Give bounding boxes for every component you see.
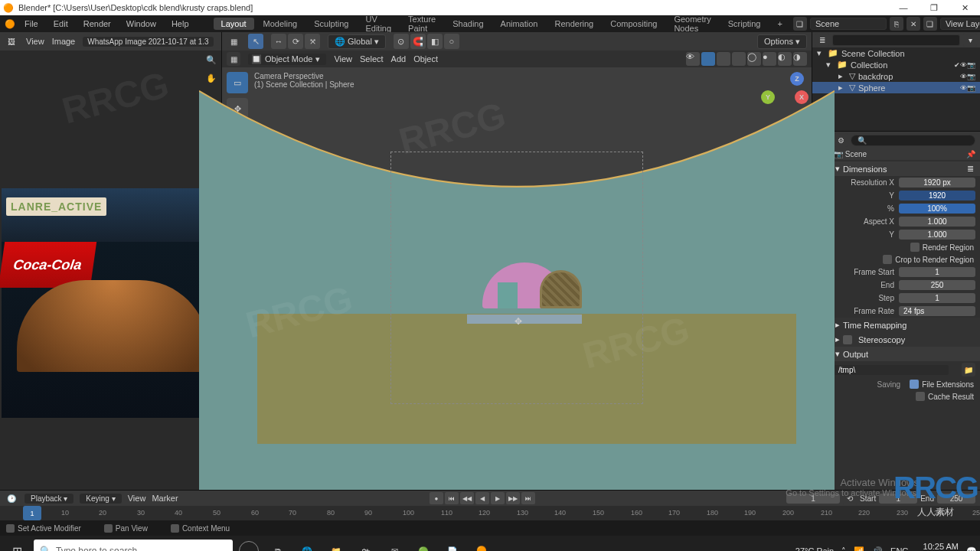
proportional-icon[interactable]: ○ — [444, 34, 459, 49]
editor-type-icon[interactable]: 🖼 — [5, 34, 18, 48]
scene-datablock[interactable]: Scene — [845, 150, 966, 158]
prev-key-icon[interactable]: ◀◀ — [460, 492, 474, 504]
viewport-options[interactable]: Options ▾ — [757, 34, 807, 49]
properties-search[interactable] — [851, 135, 975, 146]
scene-name-field[interactable] — [810, 18, 887, 30]
timeline-view-menu[interactable]: View — [128, 494, 146, 503]
resolution-y-field[interactable] — [899, 191, 975, 201]
viewport-menu-select[interactable]: Select — [360, 54, 384, 64]
workspace-layout[interactable]: Layout — [214, 18, 254, 30]
start-button[interactable]: ⊞ — [3, 540, 31, 551]
timeline-keying-menu[interactable]: Keying ▾ — [80, 494, 121, 504]
task-mail-icon[interactable]: ✉ — [381, 540, 407, 551]
interaction-mode[interactable]: 🔲 Object Mode ▾ — [248, 54, 326, 65]
taskbar-search[interactable]: 🔍 Type here to search — [34, 540, 233, 551]
tray-lang-icon[interactable]: ENG — [890, 546, 909, 551]
viewport-menu-object[interactable]: Object — [413, 54, 438, 64]
editor-type-3d-icon[interactable]: ▦ — [227, 34, 240, 48]
delete-scene-icon[interactable]: ✕ — [906, 17, 920, 31]
timeline-playback-menu[interactable]: Playback ▾ — [24, 494, 74, 504]
outliner-editor-icon[interactable]: ≣ — [815, 33, 829, 47]
gizmo-toggle-icon[interactable] — [701, 52, 715, 66]
timeline-editor-icon[interactable]: 🕑 — [5, 491, 18, 505]
snap-icon[interactable]: 🧲 — [410, 34, 426, 49]
overlay-toggle-icon[interactable] — [717, 52, 730, 66]
image-menu-image[interactable]: Image — [52, 37, 76, 46]
pin-icon[interactable]: 📌 — [966, 150, 975, 158]
window-close-button[interactable]: ✕ — [949, 0, 980, 15]
workspace-animation[interactable]: Animation — [493, 18, 546, 30]
prop-editor-icon[interactable]: ⚙ — [834, 133, 848, 147]
scene-browse-icon[interactable]: ❏ — [793, 17, 807, 31]
image-editor-view[interactable]: 🔍 ✋ LANRE_ACTIVE Coca-Cola — [0, 51, 221, 490]
shading-rendered-icon[interactable]: ◑ — [793, 52, 807, 66]
stereoscopy-panel[interactable]: ▸ Stereoscopy — [829, 332, 980, 347]
outliner-item-sphere[interactable]: ▸▽ Sphere👁📷 — [812, 82, 980, 93]
range-end-field[interactable]: 250 — [937, 494, 975, 504]
crop-region-check[interactable]: Crop to Render Region — [829, 253, 980, 266]
frame-rate-field[interactable]: 24 fps — [899, 306, 975, 316]
jump-end-icon[interactable]: ⏭ — [521, 492, 535, 504]
task-edge-icon[interactable]: 🌐 — [294, 540, 320, 551]
tray-network-icon[interactable]: 📶 — [854, 546, 864, 552]
workspace-sculpting[interactable]: Sculpting — [306, 18, 356, 30]
widget-rotate-icon[interactable]: ⟳ — [288, 34, 303, 49]
dimensions-panel-header[interactable]: ▾ Dimensions≣ — [829, 161, 980, 176]
menu-window[interactable]: Window — [120, 18, 162, 30]
set-start-icon[interactable]: ⟲ — [843, 491, 857, 505]
viewlayer-browse-icon[interactable]: ❏ — [923, 17, 937, 31]
browse-folder-icon[interactable]: 📁 — [962, 363, 975, 377]
aspect-x-field[interactable]: 1.000 — [899, 217, 975, 227]
render-region-check[interactable]: Render Region — [829, 241, 980, 253]
outliner-scene-collection[interactable]: ▾📁 Scene Collection — [812, 47, 980, 59]
menu-render[interactable]: Render — [77, 18, 117, 30]
aspect-y-field[interactable]: 1.000 — [899, 230, 975, 240]
window-maximize-button[interactable]: ❐ — [919, 0, 949, 15]
file-extensions-check[interactable]: SavingFile Extensions — [829, 378, 980, 390]
image-datablock[interactable]: WhatsApp Image 2021-10-17 at 1.3 — [83, 37, 213, 47]
resolution-percentage-field[interactable]: 100% — [899, 204, 975, 214]
outliner-item-backdrop[interactable]: ▸▽ backdrop👁📷 — [812, 70, 980, 82]
snap-target-icon[interactable]: ◧ — [427, 34, 443, 49]
workspace-geometry-nodes[interactable]: Geometry Nodes — [666, 13, 718, 34]
resolution-x-field[interactable]: 1920 px — [899, 178, 975, 187]
time-remapping-panel[interactable]: ▸ Time Remapping — [829, 318, 980, 332]
workspace-compositing[interactable]: Compositing — [603, 18, 665, 30]
menu-edit[interactable]: Edit — [47, 18, 74, 30]
3d-viewport-canvas[interactable]: ▭ ✥ ✢ ⟳ ⤢ ⊞ ✎ 📏 ◧ Camera Perspective (1)… — [222, 67, 812, 490]
next-key-icon[interactable]: ▶▶ — [506, 492, 520, 504]
image-zoom-icon[interactable]: 🔍 — [206, 55, 217, 65]
workspace-texture-paint[interactable]: Texture Paint — [400, 13, 443, 34]
frame-end-field[interactable]: 250 — [899, 280, 975, 290]
task-blender-icon[interactable]: 🟠 — [469, 540, 495, 551]
timeline-ruler[interactable]: 1 10203040506070809010011012013014015016… — [0, 506, 980, 520]
workspace-rendering[interactable]: Rendering — [547, 18, 601, 30]
visibility-icon[interactable]: 👁 — [686, 52, 700, 66]
cache-result-check[interactable]: Cache Result — [829, 390, 980, 403]
workspace-shading[interactable]: Shading — [445, 18, 491, 30]
mode-icon[interactable]: ▦ — [227, 52, 240, 66]
weather-widget[interactable]: ☁ 27°C Rain — [785, 546, 834, 552]
output-path-field[interactable] — [834, 365, 949, 375]
outliner-filter-icon[interactable]: ▾ — [963, 33, 977, 47]
widget-move-icon[interactable]: ↔ — [271, 34, 286, 49]
viewlayer-name-field[interactable] — [940, 18, 980, 30]
tray-notifications-icon[interactable]: 💬 — [966, 546, 977, 552]
widget-scale-icon[interactable]: ⤧ — [305, 34, 320, 49]
play-icon[interactable]: ▶ — [491, 492, 505, 504]
viewport-menu-add[interactable]: Add — [391, 54, 407, 64]
outliner-search[interactable] — [832, 34, 960, 46]
tray-clock[interactable]: 10:25 AM10/21/2021 — [916, 542, 959, 551]
task-chrome-icon[interactable]: 🟢 — [410, 540, 436, 551]
task-store-icon[interactable]: 🛍 — [352, 540, 378, 551]
task-explorer-icon[interactable]: 📁 — [323, 540, 349, 551]
workspace-add-tab[interactable]: + — [769, 18, 789, 30]
window-minimize-button[interactable]: — — [888, 0, 919, 15]
timeline-marker-menu[interactable]: Marker — [152, 494, 178, 503]
task-cortana-icon[interactable] — [236, 540, 262, 551]
shading-solid-icon[interactable]: ● — [763, 52, 776, 66]
playhead[interactable]: 1 — [23, 506, 41, 520]
jump-start-icon[interactable]: ⏮ — [445, 492, 459, 504]
frame-step-field[interactable]: 1 — [899, 293, 975, 303]
viewport-menu-view[interactable]: View — [334, 54, 352, 64]
